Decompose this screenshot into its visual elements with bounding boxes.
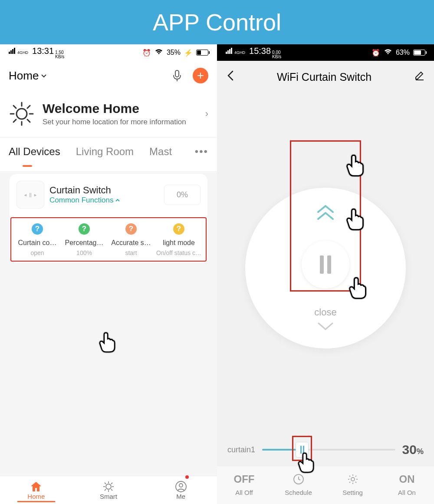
gear-icon	[326, 472, 380, 486]
kbps-value: 1.50KB/s	[55, 50, 64, 59]
chevron-down-icon	[316, 322, 335, 331]
svg-line-9	[13, 119, 16, 122]
screen-home: 4GHD 13:31 1.50KB/s ⏰ 35% ⚡ Home	[0, 44, 217, 504]
fn-curtain-control[interactable]: ? Curtain co… open	[14, 223, 61, 256]
welcome-title: Welcome Home	[43, 101, 197, 116]
network-label: 4GHD	[17, 51, 28, 54]
device-name: Curtain Switch	[49, 185, 159, 196]
tab-all-devices[interactable]: All Devices	[9, 146, 60, 158]
statusbar: 4GHD 13:31 1.50KB/s ⏰ 35% ⚡	[0, 44, 217, 61]
setting-button[interactable]: Setting	[326, 472, 380, 496]
kbps-value: 0.00KB/s	[272, 50, 281, 59]
fn-percentage[interactable]: ? Percentag… 100%	[61, 223, 108, 256]
battery-icon	[196, 50, 208, 56]
device-card[interactable]: ◂||▸ Curtain Switch Common Functions 0%	[10, 174, 207, 262]
battery-label: 35%	[167, 49, 181, 56]
charging-icon: ⚡	[184, 49, 193, 57]
edit-button[interactable]	[414, 70, 424, 84]
svg-line-8	[27, 106, 30, 108]
all-off-button[interactable]: OFF All Off	[217, 472, 271, 496]
hand-cursor-icon	[343, 207, 366, 232]
screen-device-detail: 4GHD 15:38 0.00KB/s ⏰ 63% WiFi Curt	[217, 44, 434, 504]
all-on-button[interactable]: ON All On	[380, 472, 434, 496]
svg-point-22	[351, 477, 355, 481]
tab-master[interactable]: Mast	[149, 146, 172, 158]
svg-line-17	[111, 483, 112, 484]
clock-time: 13:31	[32, 46, 54, 56]
home-icon	[0, 481, 72, 493]
close-button[interactable]: close	[314, 307, 336, 333]
hand-cursor-icon	[295, 451, 316, 474]
curtain-slider[interactable]	[262, 449, 395, 451]
chevron-right-icon: ›	[205, 108, 208, 119]
device-thumbnail: ◂||▸	[16, 181, 44, 209]
clock-icon	[271, 472, 326, 486]
mic-button[interactable]	[170, 69, 184, 83]
slider-label: curtain1	[227, 445, 255, 454]
room-tabs: All Devices Living Room Mast •••	[0, 138, 217, 164]
question-icon: ?	[79, 223, 90, 235]
sun-icon	[9, 101, 35, 127]
tab-living-room[interactable]: Living Room	[76, 146, 134, 158]
banner-title: APP Control	[0, 0, 434, 44]
welcome-subtitle: Set your home location for more informat…	[43, 118, 197, 126]
signal-icon	[226, 48, 232, 54]
fn-accurate[interactable]: ? Accurate s… start	[108, 223, 155, 256]
back-button[interactable]	[227, 70, 234, 85]
hand-cursor-icon	[96, 331, 117, 354]
functions-highlight: ? Curtain co… open ? Percentag… 100% ? A…	[10, 217, 207, 262]
curtain-slider-row: curtain1 30%	[217, 442, 434, 466]
svg-point-10	[106, 484, 111, 489]
question-icon: ?	[173, 223, 184, 235]
profile-icon	[145, 481, 217, 493]
schedule-button[interactable]: Schedule	[271, 472, 326, 496]
welcome-card[interactable]: Welcome Home Set your home location for …	[0, 90, 217, 138]
network-label: 4GHD	[234, 51, 245, 54]
smart-icon	[72, 481, 145, 493]
question-icon: ?	[125, 223, 137, 235]
svg-point-20	[179, 484, 183, 487]
hand-cursor-icon	[345, 276, 369, 300]
clock-time: 15:38	[249, 46, 271, 56]
chevron-up-icon	[115, 198, 120, 203]
svg-line-15	[105, 483, 106, 484]
alarm-icon: ⏰	[142, 49, 151, 57]
home-dropdown[interactable]: Home	[9, 69, 47, 83]
question-icon: ?	[32, 223, 43, 235]
wifi-icon	[384, 48, 392, 57]
svg-line-18	[105, 489, 106, 491]
nav-smart[interactable]: Smart	[72, 476, 145, 504]
nav-me[interactable]: Me	[145, 476, 217, 504]
statusbar: 4GHD 15:38 0.00KB/s ⏰ 63%	[217, 44, 434, 61]
tab-indicator	[23, 165, 32, 167]
slider-percent: 30%	[402, 442, 424, 457]
svg-line-7	[27, 119, 30, 122]
chevron-down-icon	[40, 72, 47, 79]
device-percent: 0%	[164, 185, 201, 205]
battery-icon	[413, 50, 425, 56]
battery-label: 63%	[396, 49, 410, 56]
add-button[interactable]: +	[193, 68, 208, 83]
svg-line-6	[13, 106, 16, 108]
wifi-icon	[155, 48, 163, 57]
hand-cursor-icon	[343, 153, 366, 178]
page-title: WiFi Curtain Switch	[277, 71, 372, 83]
svg-rect-0	[175, 70, 179, 77]
alarm-icon: ⏰	[372, 49, 380, 57]
signal-icon	[9, 48, 15, 54]
svg-line-16	[111, 489, 112, 491]
nav-home[interactable]: Home	[0, 476, 72, 504]
svg-point-1	[16, 109, 27, 119]
common-functions-toggle[interactable]: Common Functions	[49, 196, 159, 205]
fn-light-mode[interactable]: ? light mode On/off status c…	[155, 223, 203, 256]
tabs-more-button[interactable]: •••	[195, 146, 208, 158]
